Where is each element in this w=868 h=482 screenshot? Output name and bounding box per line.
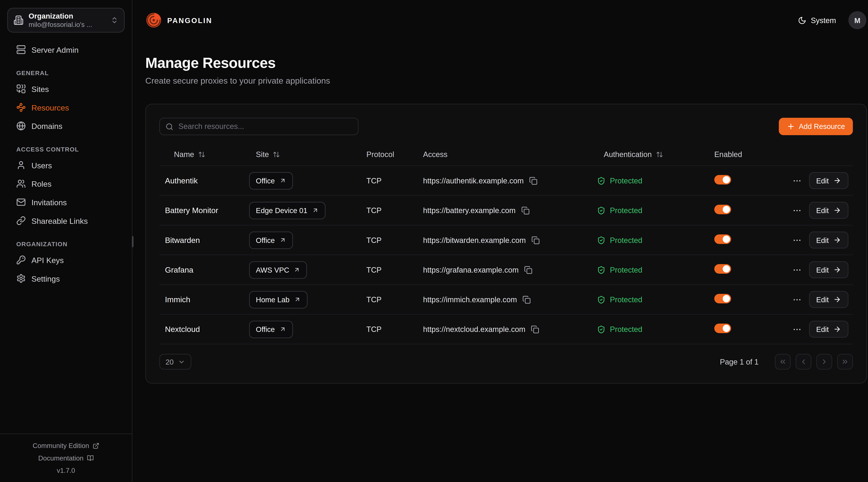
site-link-button[interactable]: Home Lab — [249, 291, 307, 308]
sidebar-item-shareable-links[interactable]: Shareable Links — [9, 212, 123, 230]
shield-check-icon — [597, 206, 606, 215]
edit-button[interactable]: Edit — [809, 291, 848, 308]
resource-access-cell: https://grafana.example.com — [423, 265, 597, 274]
auth-status-label: Protected — [610, 176, 642, 185]
site-link-button[interactable]: Office — [249, 172, 293, 189]
column-header-access: Access — [423, 150, 597, 159]
sidebar: Organization milo@fossorial.io's ... Ser… — [0, 0, 132, 482]
site-link-button[interactable]: AWS VPC — [249, 261, 307, 279]
arrow-up-right-icon — [279, 326, 286, 332]
org-selector[interactable]: Organization milo@fossorial.io's ... — [7, 8, 125, 32]
avatar[interactable]: M — [848, 11, 866, 29]
sidebar-item-domains[interactable]: Domains — [9, 117, 123, 135]
enabled-toggle[interactable] — [714, 324, 731, 333]
resource-name: Battery Monitor — [159, 206, 249, 215]
toggle-knob — [723, 206, 730, 213]
row-menu-button[interactable] — [792, 176, 802, 185]
theme-label: System — [811, 16, 836, 24]
site-link-button[interactable]: Edge Device 01 — [249, 202, 325, 219]
arrow-right-icon — [833, 325, 841, 333]
pangolin-logo — [145, 12, 162, 29]
edit-button[interactable]: Edit — [809, 202, 848, 219]
next-page-button[interactable] — [816, 354, 832, 369]
arrow-right-icon — [833, 176, 841, 185]
sidebar-item-users[interactable]: Users — [9, 156, 123, 174]
prev-page-button[interactable] — [796, 354, 811, 369]
column-label: Enabled — [714, 150, 742, 159]
edit-label: Edit — [816, 265, 829, 274]
column-header-name[interactable]: Name — [159, 150, 249, 159]
last-page-button[interactable] — [837, 354, 853, 369]
server-icon — [16, 45, 26, 55]
plus-icon — [786, 122, 795, 131]
resource-enabled-cell — [714, 175, 786, 186]
edit-label: Edit — [816, 236, 829, 244]
copy-url-button[interactable] — [529, 176, 538, 185]
arrow-right-icon — [833, 266, 841, 274]
column-header-authentication[interactable]: Authentication — [597, 150, 714, 159]
copy-url-button[interactable] — [524, 265, 533, 274]
page-size-select[interactable]: 20 — [159, 354, 192, 369]
edit-button[interactable]: Edit — [809, 172, 848, 189]
row-menu-button[interactable] — [792, 205, 802, 215]
auth-status-badge: Protected — [597, 236, 714, 244]
search-input[interactable] — [159, 118, 359, 135]
enabled-toggle[interactable] — [714, 205, 731, 214]
resource-url: https://grafana.example.com — [423, 265, 519, 274]
enabled-toggle[interactable] — [714, 294, 731, 303]
edit-label: Edit — [816, 295, 829, 303]
row-menu-button[interactable] — [792, 265, 802, 275]
sidebar-item-label: Users — [31, 161, 52, 170]
copy-url-button[interactable] — [523, 295, 531, 303]
sidebar-item-api-keys[interactable]: API Keys — [9, 251, 123, 269]
edit-button[interactable]: Edit — [809, 261, 848, 278]
shield-check-icon — [597, 265, 606, 274]
documentation-link[interactable]: Documentation — [38, 452, 94, 464]
community-edition-link[interactable]: Community Edition — [33, 439, 99, 452]
auth-status-badge: Protected — [597, 265, 714, 274]
resource-name: Authentik — [159, 176, 249, 185]
column-header-site[interactable]: Site — [249, 150, 367, 159]
chevron-right-icon — [820, 358, 828, 365]
sidebar-item-settings[interactable]: Settings — [9, 269, 123, 288]
toggle-knob — [723, 176, 730, 183]
section-label-organization: ORGANIZATION — [9, 240, 123, 248]
avatar-initial: M — [854, 16, 860, 24]
sidebar-item-label: Roles — [31, 179, 52, 188]
copy-icon — [531, 325, 539, 333]
ellipsis-icon — [792, 176, 802, 185]
resource-url: https://bitwarden.example.com — [423, 236, 526, 244]
table-body: Authentik Office TCP https://authentik.e… — [159, 166, 853, 345]
sidebar-item-roles[interactable]: Roles — [9, 174, 123, 193]
copy-url-button[interactable] — [521, 206, 529, 215]
sidebar-item-server-admin[interactable]: Server Admin — [9, 40, 123, 59]
site-link-button[interactable]: Office — [249, 231, 293, 249]
row-menu-button[interactable] — [792, 235, 802, 245]
resource-name: Immich — [159, 295, 249, 304]
row-menu-button[interactable] — [792, 324, 802, 334]
edit-button[interactable]: Edit — [809, 232, 848, 249]
pager-buttons — [775, 354, 853, 369]
enabled-toggle[interactable] — [714, 175, 731, 185]
shield-check-icon — [597, 325, 606, 333]
arrow-right-icon — [833, 295, 841, 303]
copy-url-button[interactable] — [531, 325, 539, 333]
enabled-toggle[interactable] — [714, 234, 731, 244]
sidebar-item-invitations[interactable]: Invitations — [9, 193, 123, 212]
add-resource-button[interactable]: Add Resource — [779, 118, 853, 135]
ellipsis-icon — [792, 295, 802, 304]
sidebar-item-sites[interactable]: Sites — [9, 79, 123, 98]
scrollbar-thumb[interactable] — [132, 236, 134, 248]
table-row: Battery Monitor Edge Device 01 TCP https… — [159, 196, 853, 225]
site-link-button[interactable]: Office — [249, 320, 293, 338]
sidebar-item-resources[interactable]: Resources — [9, 98, 123, 117]
row-menu-button[interactable] — [792, 295, 802, 304]
column-header-enabled: Enabled — [714, 150, 786, 159]
column-label: Authentication — [604, 150, 652, 159]
resources-icon — [16, 102, 26, 112]
enabled-toggle[interactable] — [714, 264, 731, 274]
first-page-button[interactable] — [775, 354, 791, 369]
copy-url-button[interactable] — [531, 236, 540, 244]
edit-button[interactable]: Edit — [809, 321, 848, 338]
theme-toggle-button[interactable]: System — [798, 16, 836, 24]
